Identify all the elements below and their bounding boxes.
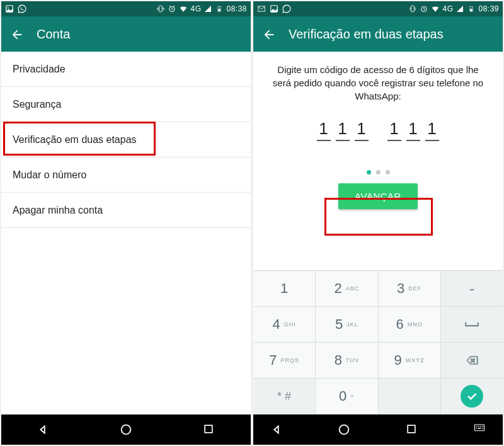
appbar: Conta	[1, 16, 251, 52]
key-6[interactable]: 6MNO	[379, 307, 441, 343]
pin-digit: 1	[425, 119, 439, 141]
pin-digit: 1	[355, 119, 369, 141]
whatsapp-icon	[282, 4, 291, 13]
phone-left: 4G 08:38 Conta Privacidade Segurança Ver…	[1, 1, 251, 445]
svg-rect-14	[471, 9, 472, 11]
key-0[interactable]: 0+	[316, 379, 378, 415]
key-1[interactable]: 1	[253, 271, 316, 307]
key-8[interactable]: 8TUV	[316, 343, 378, 379]
svg-rect-16	[408, 425, 415, 433]
menu-label: Verificação em duas etapas	[13, 134, 137, 146]
network-label: 4G	[190, 4, 201, 13]
navbar	[253, 415, 503, 445]
key-9[interactable]: 9WXYZ	[379, 343, 441, 379]
whatsapp-icon	[18, 4, 26, 13]
key-3[interactable]: 3DEF	[379, 271, 441, 307]
menu-label: Apagar minha conta	[13, 205, 103, 216]
back-icon[interactable]	[262, 28, 275, 40]
menu-privacidade[interactable]: Privacidade	[1, 52, 251, 87]
step-dot	[376, 170, 381, 174]
pin-digit: 1	[317, 119, 331, 141]
key-symbols[interactable]: * #	[253, 379, 316, 415]
svg-point-15	[340, 425, 349, 435]
battery-icon	[215, 4, 224, 13]
svg-point-1	[8, 7, 9, 8]
appbar: Verificação em duas etapas	[253, 16, 503, 52]
svg-rect-23	[478, 428, 481, 429]
clock: 08:38	[226, 4, 247, 13]
svg-rect-9	[258, 6, 265, 11]
menu-seguranca[interactable]: Segurança	[1, 87, 251, 122]
home-nav-icon[interactable]	[337, 423, 351, 437]
svg-rect-2	[159, 6, 163, 11]
key-4[interactable]: 4GHI	[253, 307, 316, 343]
step-indicator	[367, 170, 390, 174]
page-title: Conta	[37, 27, 70, 42]
key-empty	[379, 379, 441, 415]
pin-digit: 1	[387, 119, 401, 141]
statusbar: 4G 08:38	[1, 1, 251, 16]
wifi-icon	[431, 4, 440, 13]
menu-mudar-numero[interactable]: Mudar o número	[1, 157, 251, 193]
gmail-icon	[257, 4, 266, 13]
menu-label: Privacidade	[13, 64, 66, 75]
svg-rect-19	[478, 426, 479, 427]
recent-nav-icon[interactable]	[202, 423, 216, 437]
vibrate-icon	[156, 4, 165, 13]
next-button[interactable]: AVANÇAR	[338, 183, 418, 209]
svg-rect-17	[474, 425, 484, 431]
navbar	[1, 415, 251, 445]
svg-rect-8	[205, 425, 212, 433]
alarm-icon	[420, 4, 428, 13]
svg-rect-24	[482, 428, 483, 429]
svg-point-7	[122, 425, 131, 435]
clock: 08:39	[478, 4, 499, 13]
statusbar: 4G 08:39	[253, 1, 503, 16]
svg-rect-20	[480, 426, 481, 427]
back-nav-icon[interactable]	[36, 423, 50, 437]
account-menu: Privacidade Segurança Verificação em dua…	[1, 52, 251, 415]
step-dot	[386, 170, 390, 174]
menu-verificacao[interactable]: Verificação em duas etapas	[1, 122, 251, 157]
svg-rect-5	[219, 6, 220, 7]
key-space[interactable]	[441, 307, 503, 343]
wifi-icon	[179, 4, 188, 13]
svg-rect-11	[411, 6, 415, 11]
vibrate-icon	[408, 4, 417, 13]
step-dot-active	[367, 170, 371, 174]
image-icon	[270, 4, 278, 13]
home-nav-icon[interactable]	[119, 423, 133, 437]
signal-icon	[203, 4, 212, 13]
svg-rect-21	[482, 426, 483, 427]
svg-rect-6	[219, 9, 220, 11]
key-5[interactable]: 5JKL	[316, 307, 378, 343]
svg-rect-18	[476, 426, 478, 427]
numeric-keypad: 1 2ABC 3DEF - 4GHI 5JKL 6MNO 7PRQS 8TUV …	[253, 270, 503, 415]
pin-input[interactable]: 1 1 1 1 1 1	[317, 119, 439, 141]
page-title: Verificação em duas etapas	[289, 27, 444, 42]
key-done[interactable]	[441, 379, 503, 415]
instructions-text: Digite um código de acesso de 6 dígitos …	[268, 63, 488, 103]
content: Digite um código de acesso de 6 dígitos …	[253, 52, 503, 270]
alarm-icon	[168, 4, 176, 13]
keyboard-nav-icon[interactable]	[472, 423, 486, 437]
check-icon	[461, 385, 483, 408]
svg-rect-22	[476, 428, 478, 429]
pin-digit: 1	[336, 119, 350, 141]
network-label: 4G	[442, 4, 453, 13]
key-7[interactable]: 7PRQS	[253, 343, 316, 379]
key-2[interactable]: 2ABC	[316, 271, 378, 307]
back-nav-icon[interactable]	[270, 423, 284, 437]
key-backspace[interactable]	[441, 343, 503, 379]
menu-label: Segurança	[13, 99, 61, 110]
phone-right: 4G 08:39 Verificação em duas etapas Digi…	[253, 1, 503, 445]
back-icon[interactable]	[10, 28, 23, 40]
image-icon	[5, 4, 14, 13]
battery-icon	[467, 4, 476, 13]
pin-digit: 1	[406, 119, 420, 141]
key-dash[interactable]: -	[441, 271, 503, 307]
recent-nav-icon[interactable]	[405, 423, 419, 437]
menu-label: Mudar o número	[13, 169, 86, 181]
signal-icon	[455, 4, 464, 13]
menu-apagar-conta[interactable]: Apagar minha conta	[1, 193, 251, 228]
